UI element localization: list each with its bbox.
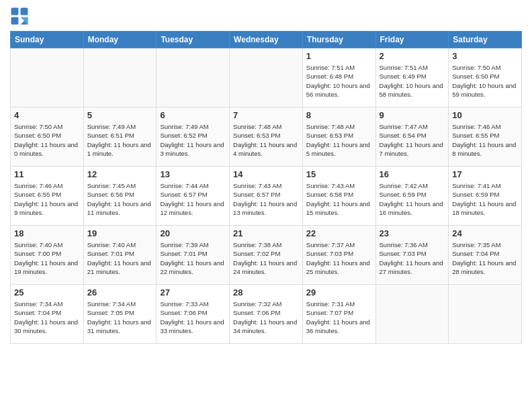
calendar-week-5: 25Sunrise: 7:34 AMSunset: 7:04 PMDayligh… — [11, 285, 522, 344]
day-number: 8 — [306, 110, 372, 120]
calendar-day-cell: 28Sunrise: 7:32 AMSunset: 7:06 PMDayligh… — [230, 285, 303, 344]
day-number: 4 — [14, 110, 80, 120]
day-number: 13 — [160, 169, 226, 179]
calendar-day-cell: 11Sunrise: 7:46 AMSunset: 6:55 PMDayligh… — [11, 167, 84, 226]
day-number: 21 — [233, 228, 299, 238]
day-number: 18 — [14, 228, 80, 238]
calendar-day-cell: 4Sunrise: 7:50 AMSunset: 6:50 PMDaylight… — [11, 107, 84, 167]
day-info: Sunrise: 7:40 AMSunset: 7:00 PMDaylight:… — [14, 240, 80, 276]
calendar-week-3: 11Sunrise: 7:46 AMSunset: 6:55 PMDayligh… — [11, 167, 522, 226]
day-info: Sunrise: 7:46 AMSunset: 6:55 PMDaylight:… — [14, 181, 80, 217]
day-number: 3 — [452, 51, 518, 61]
day-info: Sunrise: 7:41 AMSunset: 6:59 PMDaylight:… — [452, 181, 518, 217]
weekday-header-sunday: Sunday — [11, 32, 84, 48]
day-number: 23 — [380, 228, 445, 238]
calendar-day-cell: 5Sunrise: 7:49 AMSunset: 6:51 PMDaylight… — [83, 107, 157, 167]
day-info: Sunrise: 7:35 AMSunset: 7:04 PMDaylight:… — [452, 240, 518, 276]
day-number: 22 — [306, 228, 372, 238]
calendar-day-cell: 19Sunrise: 7:40 AMSunset: 7:01 PMDayligh… — [83, 226, 157, 285]
day-info: Sunrise: 7:50 AMSunset: 6:50 PMDaylight:… — [452, 63, 518, 99]
calendar-day-cell: 1Sunrise: 7:51 AMSunset: 6:48 PMDaylight… — [302, 48, 375, 107]
svg-rect-0 — [11, 8, 19, 15]
calendar-day-cell — [157, 48, 230, 107]
day-info: Sunrise: 7:34 AMSunset: 7:05 PMDaylight:… — [87, 300, 153, 335]
day-number: 7 — [233, 110, 299, 120]
day-info: Sunrise: 7:33 AMSunset: 7:06 PMDaylight:… — [160, 300, 226, 335]
day-number: 20 — [160, 228, 226, 238]
day-info: Sunrise: 7:46 AMSunset: 6:55 PMDaylight:… — [452, 122, 518, 158]
day-number: 19 — [87, 228, 153, 238]
day-info: Sunrise: 7:44 AMSunset: 6:57 PMDaylight:… — [160, 181, 226, 217]
calendar-day-cell: 24Sunrise: 7:35 AMSunset: 7:04 PMDayligh… — [449, 226, 522, 285]
day-number: 2 — [380, 51, 445, 61]
calendar-day-cell: 21Sunrise: 7:38 AMSunset: 7:02 PMDayligh… — [230, 226, 303, 285]
weekday-header-monday: Monday — [83, 32, 157, 48]
calendar-day-cell: 20Sunrise: 7:39 AMSunset: 7:01 PMDayligh… — [157, 226, 230, 285]
day-info: Sunrise: 7:40 AMSunset: 7:01 PMDaylight:… — [87, 240, 153, 276]
day-number: 15 — [306, 169, 372, 179]
day-info: Sunrise: 7:50 AMSunset: 6:50 PMDaylight:… — [14, 122, 80, 158]
calendar-day-cell: 9Sunrise: 7:47 AMSunset: 6:54 PMDaylight… — [375, 107, 449, 167]
day-info: Sunrise: 7:51 AMSunset: 6:49 PMDaylight:… — [380, 63, 445, 99]
day-number: 6 — [160, 110, 226, 120]
day-number: 17 — [452, 169, 518, 179]
day-number: 11 — [14, 169, 80, 179]
weekday-header-wednesday: Wednesday — [230, 32, 303, 48]
day-info: Sunrise: 7:34 AMSunset: 7:04 PMDaylight:… — [14, 300, 80, 335]
calendar-day-cell: 3Sunrise: 7:50 AMSunset: 6:50 PMDaylight… — [449, 48, 522, 107]
logo — [10, 7, 32, 26]
logo-icon — [10, 7, 29, 26]
calendar-day-cell — [11, 48, 84, 107]
day-info: Sunrise: 7:38 AMSunset: 7:02 PMDaylight:… — [233, 240, 299, 276]
weekday-header-thursday: Thursday — [302, 32, 375, 48]
calendar-day-cell: 15Sunrise: 7:43 AMSunset: 6:58 PMDayligh… — [302, 167, 375, 226]
day-number: 12 — [87, 169, 153, 179]
day-info: Sunrise: 7:43 AMSunset: 6:58 PMDaylight:… — [306, 181, 372, 217]
calendar-day-cell: 17Sunrise: 7:41 AMSunset: 6:59 PMDayligh… — [449, 167, 522, 226]
calendar-week-2: 4Sunrise: 7:50 AMSunset: 6:50 PMDaylight… — [11, 107, 522, 167]
calendar-week-1: 1Sunrise: 7:51 AMSunset: 6:48 PMDaylight… — [11, 48, 522, 107]
day-info: Sunrise: 7:42 AMSunset: 6:59 PMDaylight:… — [380, 181, 445, 217]
day-number: 26 — [87, 287, 153, 298]
day-info: Sunrise: 7:49 AMSunset: 6:52 PMDaylight:… — [160, 122, 226, 158]
day-info: Sunrise: 7:36 AMSunset: 7:03 PMDaylight:… — [380, 240, 445, 276]
calendar-day-cell: 18Sunrise: 7:40 AMSunset: 7:00 PMDayligh… — [11, 226, 84, 285]
calendar-day-cell: 13Sunrise: 7:44 AMSunset: 6:57 PMDayligh… — [157, 167, 230, 226]
calendar-day-cell: 12Sunrise: 7:45 AMSunset: 6:56 PMDayligh… — [83, 167, 157, 226]
day-number: 24 — [452, 228, 518, 238]
day-info: Sunrise: 7:32 AMSunset: 7:06 PMDaylight:… — [233, 300, 299, 335]
day-info: Sunrise: 7:37 AMSunset: 7:03 PMDaylight:… — [306, 240, 372, 276]
svg-rect-2 — [11, 17, 19, 25]
calendar-day-cell: 8Sunrise: 7:48 AMSunset: 6:53 PMDaylight… — [302, 107, 375, 167]
calendar-day-cell: 22Sunrise: 7:37 AMSunset: 7:03 PMDayligh… — [302, 226, 375, 285]
day-number: 28 — [233, 287, 299, 298]
day-info: Sunrise: 7:39 AMSunset: 7:01 PMDaylight:… — [160, 240, 226, 276]
weekday-header-friday: Friday — [375, 32, 449, 48]
calendar-day-cell — [83, 48, 157, 107]
day-info: Sunrise: 7:48 AMSunset: 6:53 PMDaylight:… — [306, 122, 372, 158]
day-info: Sunrise: 7:51 AMSunset: 6:48 PMDaylight:… — [306, 63, 372, 99]
day-number: 1 — [306, 51, 372, 61]
weekday-header-row: SundayMondayTuesdayWednesdayThursdayFrid… — [11, 32, 522, 48]
calendar-day-cell — [375, 285, 449, 344]
calendar-day-cell: 10Sunrise: 7:46 AMSunset: 6:55 PMDayligh… — [449, 107, 522, 167]
calendar-day-cell: 29Sunrise: 7:31 AMSunset: 7:07 PMDayligh… — [302, 285, 375, 344]
day-number: 29 — [306, 287, 372, 298]
calendar-day-cell — [230, 48, 303, 107]
weekday-header-saturday: Saturday — [449, 32, 522, 48]
day-number: 16 — [380, 169, 445, 179]
calendar-table: SundayMondayTuesdayWednesdayThursdayFrid… — [10, 31, 522, 344]
calendar-day-cell — [449, 285, 522, 344]
day-info: Sunrise: 7:45 AMSunset: 6:56 PMDaylight:… — [87, 181, 153, 217]
calendar-day-cell: 2Sunrise: 7:51 AMSunset: 6:49 PMDaylight… — [375, 48, 449, 107]
weekday-header-tuesday: Tuesday — [157, 32, 230, 48]
day-number: 14 — [233, 169, 299, 179]
calendar-day-cell: 25Sunrise: 7:34 AMSunset: 7:04 PMDayligh… — [11, 285, 84, 344]
day-info: Sunrise: 7:48 AMSunset: 6:53 PMDaylight:… — [233, 122, 299, 158]
calendar-day-cell: 14Sunrise: 7:43 AMSunset: 6:57 PMDayligh… — [230, 167, 303, 226]
day-number: 25 — [14, 287, 80, 298]
calendar-day-cell: 27Sunrise: 7:33 AMSunset: 7:06 PMDayligh… — [157, 285, 230, 344]
day-info: Sunrise: 7:43 AMSunset: 6:57 PMDaylight:… — [233, 181, 299, 217]
calendar-day-cell: 23Sunrise: 7:36 AMSunset: 7:03 PMDayligh… — [375, 226, 449, 285]
calendar-page: SundayMondayTuesdayWednesdayThursdayFrid… — [0, 0, 532, 411]
